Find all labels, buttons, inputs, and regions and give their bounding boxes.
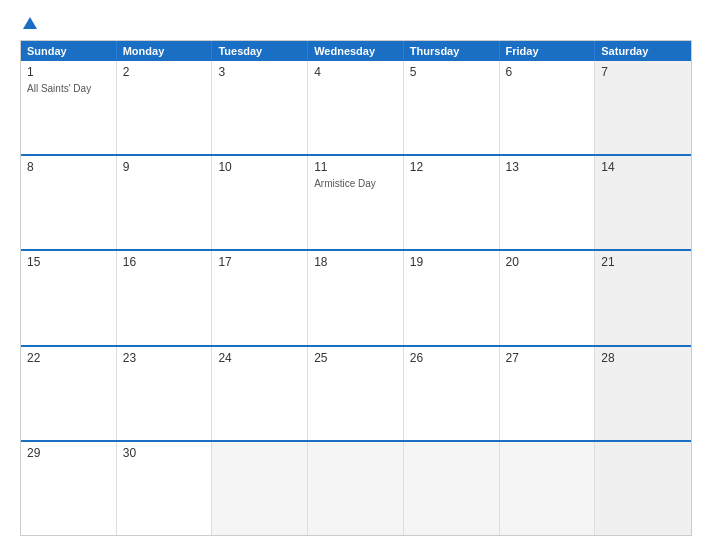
day-number: 12: [410, 160, 493, 174]
cal-cell: 27: [500, 347, 596, 440]
logo: [20, 18, 37, 30]
calendar-body: 1All Saints' Day234567891011Armistice Da…: [21, 61, 691, 535]
cal-cell: 14: [595, 156, 691, 249]
day-number: 13: [506, 160, 589, 174]
cal-header-monday: Monday: [117, 41, 213, 61]
day-number: 26: [410, 351, 493, 365]
day-number: 14: [601, 160, 685, 174]
day-number: 18: [314, 255, 397, 269]
day-number: 20: [506, 255, 589, 269]
cal-header-wednesday: Wednesday: [308, 41, 404, 61]
cal-cell: 30: [117, 442, 213, 535]
cal-cell: 23: [117, 347, 213, 440]
logo-triangle-icon: [23, 17, 37, 29]
cal-cell: 6: [500, 61, 596, 154]
day-number: 10: [218, 160, 301, 174]
cal-cell: 20: [500, 251, 596, 344]
cal-cell: 1All Saints' Day: [21, 61, 117, 154]
calendar-header-row: SundayMondayTuesdayWednesdayThursdayFrid…: [21, 41, 691, 61]
cal-header-friday: Friday: [500, 41, 596, 61]
day-number: 29: [27, 446, 110, 460]
cal-cell: [500, 442, 596, 535]
day-number: 16: [123, 255, 206, 269]
day-number: 9: [123, 160, 206, 174]
cal-cell: 8: [21, 156, 117, 249]
day-number: 3: [218, 65, 301, 79]
cal-cell: 11Armistice Day: [308, 156, 404, 249]
header: [20, 18, 692, 30]
cal-cell: 17: [212, 251, 308, 344]
cal-week-1: 891011Armistice Day121314: [21, 154, 691, 249]
cal-week-4: 2930: [21, 440, 691, 535]
cal-cell: 15: [21, 251, 117, 344]
day-number: 5: [410, 65, 493, 79]
cal-header-sunday: Sunday: [21, 41, 117, 61]
day-number: 4: [314, 65, 397, 79]
cal-cell: 26: [404, 347, 500, 440]
day-number: 19: [410, 255, 493, 269]
cal-cell: 22: [21, 347, 117, 440]
cal-cell: 13: [500, 156, 596, 249]
cal-week-3: 22232425262728: [21, 345, 691, 440]
day-event: Armistice Day: [314, 178, 397, 189]
day-number: 1: [27, 65, 110, 79]
day-number: 15: [27, 255, 110, 269]
cal-cell: 3: [212, 61, 308, 154]
day-number: 2: [123, 65, 206, 79]
day-event: All Saints' Day: [27, 83, 110, 94]
day-number: 22: [27, 351, 110, 365]
day-number: 25: [314, 351, 397, 365]
cal-cell: 19: [404, 251, 500, 344]
day-number: 7: [601, 65, 685, 79]
day-number: 27: [506, 351, 589, 365]
day-number: 17: [218, 255, 301, 269]
page: SundayMondayTuesdayWednesdayThursdayFrid…: [0, 0, 712, 550]
cal-cell: 18: [308, 251, 404, 344]
cal-cell: [212, 442, 308, 535]
day-number: 23: [123, 351, 206, 365]
logo-blue-text: [20, 18, 37, 30]
cal-cell: [595, 442, 691, 535]
calendar: SundayMondayTuesdayWednesdayThursdayFrid…: [20, 40, 692, 536]
cal-cell: 9: [117, 156, 213, 249]
cal-week-2: 15161718192021: [21, 249, 691, 344]
cal-cell: 25: [308, 347, 404, 440]
cal-cell: [308, 442, 404, 535]
day-number: 30: [123, 446, 206, 460]
cal-header-saturday: Saturday: [595, 41, 691, 61]
cal-header-thursday: Thursday: [404, 41, 500, 61]
cal-cell: [404, 442, 500, 535]
day-number: 8: [27, 160, 110, 174]
cal-cell: 12: [404, 156, 500, 249]
cal-cell: 24: [212, 347, 308, 440]
cal-cell: 2: [117, 61, 213, 154]
cal-header-tuesday: Tuesday: [212, 41, 308, 61]
cal-cell: 28: [595, 347, 691, 440]
cal-cell: 21: [595, 251, 691, 344]
day-number: 28: [601, 351, 685, 365]
day-number: 21: [601, 255, 685, 269]
cal-week-0: 1All Saints' Day234567: [21, 61, 691, 154]
cal-cell: 5: [404, 61, 500, 154]
cal-cell: 4: [308, 61, 404, 154]
cal-cell: 10: [212, 156, 308, 249]
day-number: 24: [218, 351, 301, 365]
cal-cell: 7: [595, 61, 691, 154]
day-number: 6: [506, 65, 589, 79]
day-number: 11: [314, 160, 397, 174]
cal-cell: 16: [117, 251, 213, 344]
cal-cell: 29: [21, 442, 117, 535]
